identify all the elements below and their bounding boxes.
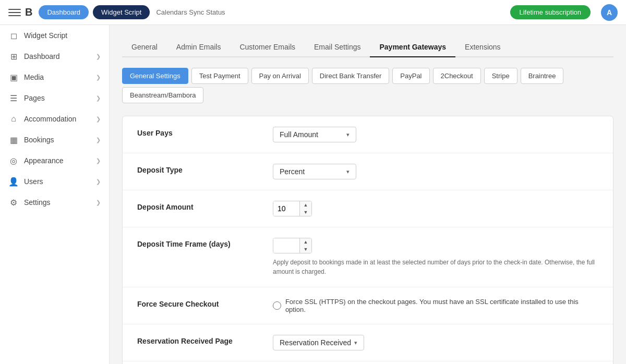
users-icon: 👤 — [8, 176, 19, 187]
avatar[interactable]: A — [601, 4, 618, 21]
deposit-time-frame-helper: Apply deposit to bookings made in at lea… — [273, 258, 598, 276]
subtab-test-payment[interactable]: Test Payment — [191, 68, 248, 84]
spinner-down-button[interactable]: ▼ — [300, 209, 311, 216]
dashboard-button[interactable]: Dashboard — [39, 5, 89, 19]
subscription-button[interactable]: Lifetime subscription — [510, 5, 591, 19]
user-pays-control: Full Amount ▾ — [273, 127, 598, 142]
sidebar-item-dashboard[interactable]: ⊞ Dashboard ❯ — [0, 46, 109, 67]
settings-card: User Pays Full Amount ▾ Deposit Type Per… — [122, 116, 613, 364]
tab-email-settings[interactable]: Email Settings — [305, 38, 370, 57]
bookings-icon: ▦ — [8, 135, 19, 145]
chevron-down-icon: ▾ — [354, 339, 357, 346]
menu-icon[interactable] — [8, 6, 21, 19]
subtab-braintree[interactable]: Braintree — [521, 68, 564, 84]
chevron-right-icon: ❯ — [96, 95, 101, 102]
reservation-received-value: Reservation Received — [280, 338, 351, 347]
sidebar-item-appearance[interactable]: ◎ Appearance ❯ — [0, 150, 109, 171]
dashboard-icon: ⊞ — [8, 51, 19, 62]
chevron-down-icon: ▾ — [346, 131, 350, 138]
force-secure-control: Force SSL (HTTPS) on the checkout pages.… — [273, 298, 598, 313]
subtab-direct-bank-transfer[interactable]: Direct Bank Transfer — [312, 68, 390, 84]
sidebar-item-media[interactable]: ▣ Media ❯ — [0, 67, 109, 88]
app-logo: B — [25, 6, 32, 18]
tab-admin-emails[interactable]: Admin Emails — [167, 38, 231, 57]
subtab-2checkout[interactable]: 2Checkout — [433, 68, 481, 84]
chevron-right-icon: ❯ — [96, 116, 101, 123]
spinner-buttons: ▲ ▼ — [299, 238, 311, 253]
deposit-amount-spinner: ▲ ▼ — [273, 201, 312, 216]
sidebar-item-label: Bookings — [24, 136, 54, 144]
pages-icon: ☰ — [8, 93, 19, 103]
sidebar: ◻ Widget Script ⊞ Dashboard ❯ ▣ Media ❯ … — [0, 25, 110, 364]
subtab-general-settings[interactable]: General Settings — [122, 68, 188, 84]
sidebar-item-widget-script[interactable]: ◻ Widget Script — [0, 25, 109, 46]
reservation-received-label: Reservation Received Page — [137, 335, 273, 345]
deposit-time-frame-input[interactable] — [273, 238, 299, 253]
user-pays-value: Full Amount — [280, 130, 318, 139]
widget-script-icon: ◻ — [8, 30, 19, 41]
setting-row-user-pays: User Pays Full Amount ▾ — [123, 116, 613, 153]
sidebar-item-settings[interactable]: ⚙ Settings ❯ — [0, 192, 109, 213]
reservation-received-control: Reservation Received ▾ — [273, 335, 598, 350]
spinner-down-button[interactable]: ▼ — [300, 246, 311, 253]
sidebar-item-users[interactable]: 👤 Users ❯ — [0, 171, 109, 192]
deposit-amount-input[interactable] — [273, 201, 299, 216]
deposit-type-control: Percent ▾ — [273, 164, 598, 179]
spinner-buttons: ▲ ▼ — [299, 201, 311, 216]
force-ssl-radio-label: Force SSL (HTTPS) on the checkout pages.… — [285, 298, 598, 313]
tabs-navigation: General Admin Emails Customer Emails Ema… — [122, 38, 613, 57]
topbar: B Dashboard Widget Script Calendars Sync… — [0, 0, 626, 25]
deposit-time-frame-label: Deposit Time Frame (days) — [137, 238, 273, 248]
deposit-amount-label: Deposit Amount — [137, 201, 273, 211]
breadcrumb: Calendars Sync Status — [156, 8, 225, 16]
accommodation-icon: ⌂ — [8, 114, 19, 124]
tab-customer-emails[interactable]: Customer Emails — [230, 38, 305, 57]
setting-row-failed-transaction: Failed Transaction Page Transaction Fail… — [123, 361, 613, 364]
sidebar-item-label: Widget Script — [24, 31, 67, 40]
deposit-type-dropdown[interactable]: Percent ▾ — [273, 164, 356, 179]
tab-general[interactable]: General — [122, 38, 167, 57]
sidebar-item-accommodation[interactable]: ⌂ Accommodation ❯ — [0, 108, 109, 129]
subtab-stripe[interactable]: Stripe — [484, 68, 517, 84]
chevron-down-icon: ▾ — [346, 168, 350, 175]
chevron-right-icon: ❯ — [96, 178, 101, 185]
sidebar-item-label: Pages — [24, 94, 45, 102]
tab-extensions[interactable]: Extensions — [455, 38, 510, 57]
sidebar-item-label: Appearance — [24, 156, 64, 165]
subtab-beanstream[interactable]: Beanstream/Bambora — [122, 87, 203, 103]
sidebar-item-label: Settings — [24, 198, 51, 207]
appearance-icon: ◎ — [8, 155, 19, 166]
chevron-right-icon: ❯ — [96, 74, 101, 81]
sidebar-item-bookings[interactable]: ▦ Bookings ❯ — [0, 129, 109, 150]
sidebar-item-label: Accommodation — [24, 115, 76, 123]
sidebar-item-label: Users — [24, 177, 43, 186]
reservation-received-dropdown[interactable]: Reservation Received ▾ — [273, 335, 364, 350]
spinner-up-button[interactable]: ▲ — [300, 201, 311, 209]
deposit-type-label: Deposit Type — [137, 164, 273, 174]
force-secure-label: Force Secure Checkout — [137, 298, 273, 308]
user-pays-label: User Pays — [137, 127, 273, 137]
chevron-right-icon: ❯ — [96, 137, 101, 143]
setting-row-deposit-amount: Deposit Amount ▲ ▼ — [123, 190, 613, 227]
setting-row-reservation-received: Reservation Received Page Reservation Re… — [123, 324, 613, 361]
spinner-up-button[interactable]: ▲ — [300, 238, 311, 246]
settings-icon: ⚙ — [8, 197, 19, 208]
force-ssl-radio[interactable] — [273, 301, 281, 310]
chevron-right-icon: ❯ — [96, 157, 101, 164]
setting-row-deposit-type: Deposit Type Percent ▾ — [123, 153, 613, 190]
sidebar-item-label: Media — [24, 73, 44, 81]
sidebar-item-pages[interactable]: ☰ Pages ❯ — [0, 88, 109, 108]
tab-payment-gateways[interactable]: Payment Gateways — [370, 38, 455, 57]
widget-script-button[interactable]: Widget Script — [93, 5, 150, 19]
deposit-time-frame-spinner: ▲ ▼ — [273, 238, 312, 253]
user-pays-dropdown[interactable]: Full Amount ▾ — [273, 127, 356, 142]
sidebar-item-label: Dashboard — [24, 52, 60, 60]
subtabs-navigation: General Settings Test Payment Pay on Arr… — [122, 68, 613, 103]
subtab-pay-on-arrival[interactable]: Pay on Arrival — [251, 68, 309, 84]
deposit-type-value: Percent — [280, 167, 305, 176]
setting-row-force-secure: Force Secure Checkout Force SSL (HTTPS) … — [123, 287, 613, 324]
subtab-paypal[interactable]: PayPal — [392, 68, 429, 84]
chevron-right-icon: ❯ — [96, 53, 101, 60]
force-secure-radio-wrap: Force SSL (HTTPS) on the checkout pages.… — [273, 298, 598, 313]
deposit-amount-control: ▲ ▼ — [273, 201, 598, 216]
